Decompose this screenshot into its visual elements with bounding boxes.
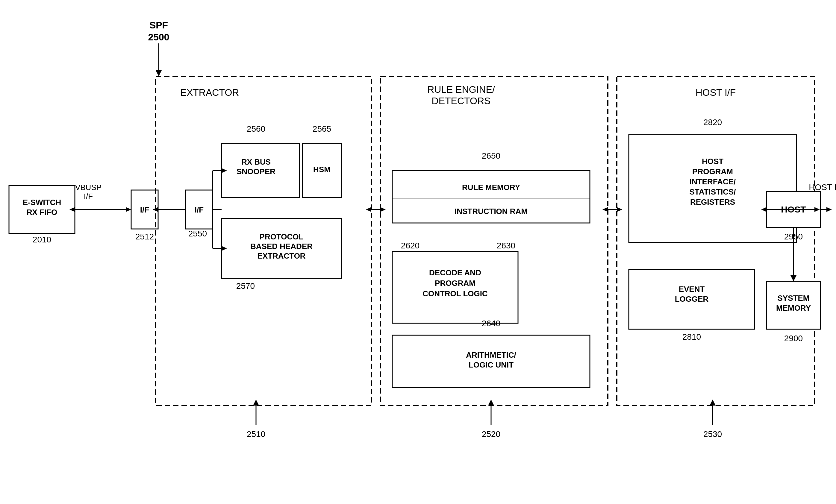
rule-memory-label-1: RULE MEMORY [462,183,520,192]
event-logger-label-2: LOGGER [675,294,709,304]
extractor-label: EXTRACTOR [180,87,239,98]
event-logger-label-1: EVENT [679,285,705,294]
svg-marker-26 [710,400,716,406]
svg-marker-1 [156,70,162,76]
alu-number: 2640 [482,319,500,328]
host-program-label-1: HOST [702,157,723,166]
rule-memory-number: 2650 [482,151,500,160]
protocol-label-2: BASED HEADER [250,242,312,251]
svg-marker-24 [617,207,622,212]
alu-label-1: ARITHMETIC/ [466,350,516,360]
svg-marker-29 [826,207,832,212]
number-2530: 2530 [703,429,722,439]
host-program-label-4: STATISTICS/ [689,187,736,196]
alu-label-2: LOGIC UNIT [469,360,514,369]
number-2550: 2550 [188,229,207,238]
svg-marker-15 [253,400,259,406]
vbusp-label-1: VBUSP [75,183,101,192]
eswitch-label-1: E-SWITCH [23,198,61,207]
decode-label-1: DECODE AND [429,268,481,277]
host-if-label: HOST I/F [696,87,736,98]
host-program-label-3: INTERFACE/ [689,177,736,186]
host-program-label-2: PROGRAM [692,167,733,176]
extractor-if-label: I/F [195,205,204,214]
svg-marker-4 [126,207,131,212]
protocol-label-3: EXTRACTOR [257,251,306,260]
protocol-number: 2570 [236,281,255,291]
rule-engine-label-2: DETECTORS [432,95,491,106]
rx-bus-label-2: SNOOPER [236,167,276,176]
rx-bus-label-1: RX BUS [241,157,271,167]
decode-number-2620: 2620 [401,241,419,250]
host-if-right-label: HOST I/F [809,182,836,192]
eswitch-number: 2010 [33,235,51,244]
rx-bus-number: 2560 [247,124,265,134]
diagram-container: SPF 2500 E-SWITCH RX FIFO 2010 VBUSP I/F… [0,0,836,504]
number-2510: 2510 [247,429,265,439]
svg-marker-21 [488,400,494,406]
decode-label-3: CONTROL LOGIC [422,289,488,298]
rule-engine-label-1: RULE ENGINE/ [427,84,495,95]
protocol-label-1: PROTOCOL [260,232,304,241]
if-label: I/F [140,205,149,214]
spf-label: SPF [149,20,168,31]
host-program-number: 2820 [703,118,722,127]
svg-marker-18 [380,207,386,212]
svg-marker-23 [603,207,608,212]
hsm-number: 2565 [312,124,331,134]
decode-number-2630: 2630 [497,241,515,250]
vbusp-label-2: I/F [84,192,93,201]
system-memory-label-2: MEMORY [776,304,811,312]
system-memory-number: 2900 [784,334,803,343]
hsm-label: HSM [313,165,330,174]
decode-label-2: PROGRAM [435,279,475,288]
eswitch-label-2: RX FIFO [27,208,57,217]
svg-marker-31 [791,275,797,281]
host-program-label-5: REGISTERS [690,197,735,207]
svg-marker-17 [366,207,371,212]
spf-number: 2500 [148,32,169,42]
system-memory-label-1: SYSTEM [778,294,810,303]
number-2520: 2520 [482,429,500,439]
event-logger-number: 2810 [682,332,701,342]
instruction-ram-label: INSTRUCTION RAM [455,207,528,216]
if-number: 2512 [135,232,154,241]
